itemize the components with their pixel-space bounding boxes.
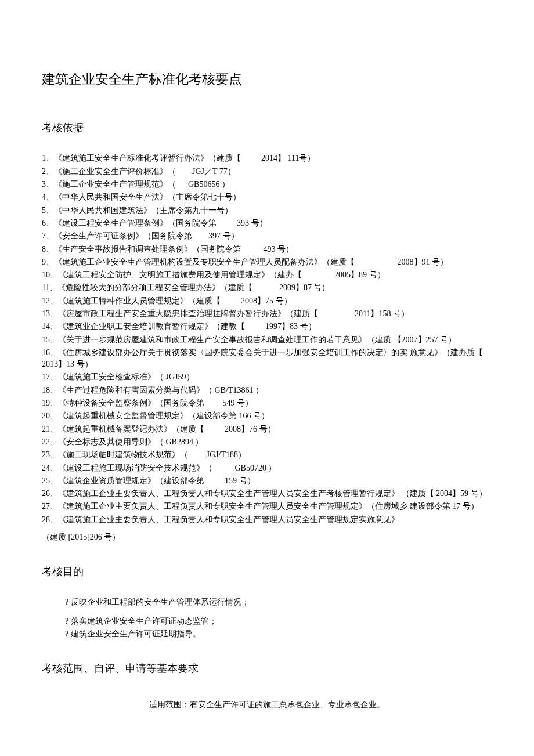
list-item: 8、《生产安全事故报告和调查处理条例》（国务院令第 493 号） — [42, 244, 492, 255]
scope-label: 适用范围： — [149, 700, 190, 709]
list-item: 21、《建筑起重机械备案登记办法》（建质【 2008】76 号） — [42, 424, 492, 435]
list-item: 4、《中华人民共和国安全生产法》（主席令第七十号） — [42, 191, 492, 203]
list-item: 22、《安全标志及其使用导则》（ GB2894 ） — [42, 436, 492, 448]
section-heading-scope: 考核范围、自评、申请等基本要求 — [42, 661, 492, 676]
list-item: 18、《生产过程危险和有害因素分类与代码》（ GB/T13861 ） — [42, 385, 492, 396]
basis-list: 1、《建筑施工安全生产标准化考评暂行办法》（建质【 2014】 111号）2、《… — [42, 153, 492, 526]
list-item: 23、《施工现场临时建筑物技术规范》（ JGJ/T188） — [42, 449, 492, 461]
list-item: 9、《建筑施工企业安全生产管理机构设置及专职安全生产管理人员配备办法》（建质【 … — [42, 256, 492, 268]
list-item: 24、《建设工程施工现场消防安全技术规范》（ GB50720 ） — [42, 462, 492, 474]
list-item: 20、《建筑起重机械安全监督管理规定》（建设部令第 166 号） — [42, 410, 492, 422]
page-title: 建筑企业安全生产标准化考核要点 — [42, 70, 492, 89]
purpose-list: ? 反映企业和工程部的安全生产管理体系运行情况；? 落实建筑企业安全生产许可证动… — [65, 596, 492, 640]
list-item: ? 反映企业和工程部的安全生产管理体系运行情况； — [65, 596, 492, 608]
list-item: ? 建筑企业安全生产许可证延期指导。 — [65, 628, 492, 640]
list-item: 12、《建筑施工特种作业人员管理规定》（建质【 2008】75 号） — [42, 295, 492, 307]
list-item: 6、《建设工程安全生产管理条例》（国务院令第 393 号） — [42, 218, 492, 229]
list-item: 3、《施工企业安全生产管理规范》（ GB50656 ） — [42, 179, 492, 190]
list-item: 28、《建筑施工企业主要负责人、工程负责人和专职安全生产管理人员安全生产管理规定… — [42, 514, 492, 526]
list-item: ? 落实建筑企业安全生产许可证动态监管； — [65, 616, 492, 627]
list-item: 14、《建筑业企业职工安全培训教育暂行规定》（建教【 1997】83 号） — [42, 321, 492, 332]
list-item: 15、《关于进一步规范房屋建筑和市政工程生产安全事故报告和调查处理工作的若干意见… — [42, 334, 492, 346]
list-item: 27、《建筑施工企业主要负责人、工程负责人和专职安全生产管理人员安全生产管理规定… — [42, 501, 492, 512]
list-item: 19、《特种设备安全监察条例》（国务院令第 549 号） — [42, 397, 492, 409]
list-item: 25、《建筑企业资质管理规定》（建设部令第 159 号） — [42, 475, 492, 487]
list-item: 26、《建筑施工企业主要负责人、工程负责人和专职安全生产管理人员安全生产考核管理… — [42, 488, 492, 500]
list-item: 5、《中华人民共和国建筑法》（主席令第九十一号） — [42, 205, 492, 216]
list-item: 7、《安全生产许可证条例》（国务院令第 397 号） — [42, 230, 492, 242]
basis-tail: （建质 [2015]206 号） — [42, 531, 492, 543]
section-heading-purpose: 考核目的 — [42, 564, 492, 579]
section-heading-basis: 考核依据 — [42, 120, 492, 135]
scope-text: 有安全生产许可证的施工总承包企业、专业承包企业。 — [190, 700, 385, 709]
list-item: 17、《建筑施工安全检查标准》（ JGJ59） — [42, 371, 492, 383]
list-item: 1、《建筑施工安全生产标准化考评暂行办法》（建质【 2014】 111号） — [42, 153, 492, 164]
list-item: 2、《施工企业安全生产评价标准》（ JGJ／T 77） — [42, 166, 492, 178]
list-item: 13、《房屋市政工程生产安全重大隐患排查治理挂牌督办暂行办法》（建质【 2011… — [42, 308, 492, 320]
list-item: 11、《危险性较大的分部分项工程安全管理办法》（建质【 2009】87 号） — [42, 282, 492, 294]
scope-line: 适用范围：有安全生产许可证的施工总承包企业、专业承包企业。 — [42, 699, 492, 711]
list-item: 10、《建筑工程安全防护、文明施工措施费用及使用管理规定》（建办【 2005】8… — [42, 269, 492, 281]
list-item: 16、《住房城乡建设部办公厅关于贯彻落实〈国务院安委会关于进一步加强安全培训工作… — [42, 347, 492, 371]
